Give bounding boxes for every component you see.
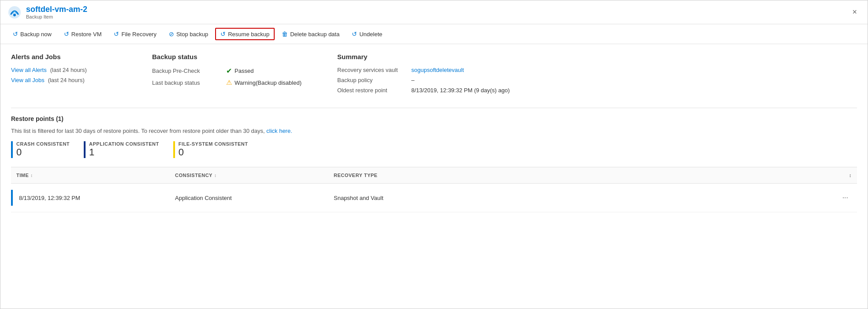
crash-consistent-value: 0 bbox=[16, 147, 70, 158]
pre-check-value: ✔ Passed bbox=[226, 67, 328, 75]
sort-actions-icon[interactable]: ↕ bbox=[849, 173, 852, 178]
crash-consistent-bar bbox=[11, 141, 13, 158]
page-title: softdel-vm-am-2 bbox=[26, 5, 87, 14]
toolbar: ↺ Backup now ↺ Restore VM ↺ File Recover… bbox=[0, 24, 868, 44]
app-consistent-value: 1 bbox=[89, 147, 159, 158]
app-consistent-label: APPLICATION CONSISTENT bbox=[89, 141, 159, 147]
row-actions-button[interactable]: ··· bbox=[839, 192, 852, 203]
warning-icon: ⚠ bbox=[226, 79, 232, 87]
pre-check-row: Backup Pre-Check ✔ Passed bbox=[152, 67, 328, 75]
fs-consistent-value: 0 bbox=[179, 147, 248, 158]
th-consistency: CONSISTENCY ↕ bbox=[170, 171, 328, 180]
vault-link[interactable]: sogupsoftdeletevault bbox=[411, 67, 857, 73]
alerts-jobs-section: Alerts and Jobs View all Alerts (last 24… bbox=[11, 53, 143, 97]
delete-backup-button[interactable]: 🗑 Delete backup data bbox=[276, 28, 345, 40]
resume-backup-icon: ↺ bbox=[220, 30, 226, 38]
crash-consistent-label: CRASH CONSISTENT bbox=[16, 141, 70, 147]
stop-backup-button[interactable]: ⊘ Stop backup bbox=[164, 28, 213, 40]
vault-row: Recovery services vault sogupsoftdeletev… bbox=[337, 67, 857, 73]
view-alerts-link[interactable]: View all Alerts bbox=[11, 67, 47, 73]
main-window: softdel-vm-am-2 Backup Item × ↺ Backup n… bbox=[0, 0, 868, 309]
file-recovery-button[interactable]: ↺ File Recovery bbox=[108, 28, 161, 40]
view-jobs-link[interactable]: View all Jobs bbox=[11, 77, 45, 83]
table-row: 8/13/2019, 12:39:32 PM Application Consi… bbox=[11, 184, 857, 212]
click-here-link[interactable]: click here. bbox=[266, 128, 292, 134]
pre-check-label: Backup Pre-Check bbox=[152, 68, 223, 74]
policy-value: – bbox=[411, 77, 857, 83]
row-accent-bar bbox=[11, 190, 13, 206]
undelete-icon: ↺ bbox=[352, 30, 357, 38]
backup-status-title: Backup status bbox=[152, 53, 328, 60]
policy-label: Backup policy bbox=[337, 77, 408, 83]
fs-consistent-content: FILE-SYSTEM CONSISTENT 0 bbox=[179, 141, 248, 158]
jobs-suffix: (last 24 hours) bbox=[48, 77, 85, 83]
file-system-consistent-stat: FILE-SYSTEM CONSISTENT 0 bbox=[173, 141, 248, 158]
table-header: TIME ↕ CONSISTENCY ↕ RECOVERY TYPE ↕ bbox=[11, 167, 857, 184]
undelete-button[interactable]: ↺ Undelete bbox=[346, 28, 387, 40]
summary-title: Summary bbox=[337, 53, 857, 60]
last-backup-value: ⚠ Warning(Backup disabled) bbox=[226, 79, 328, 87]
app-icon bbox=[7, 5, 22, 19]
restore-point-label: Oldest restore point bbox=[337, 87, 408, 94]
app-consistent-content: APPLICATION CONSISTENT 1 bbox=[89, 141, 159, 158]
close-button[interactable]: × bbox=[849, 6, 861, 19]
file-recovery-icon: ↺ bbox=[114, 30, 119, 38]
restore-points-table: TIME ↕ CONSISTENCY ↕ RECOVERY TYPE ↕ bbox=[11, 167, 857, 212]
policy-row: Backup policy – bbox=[337, 77, 857, 83]
view-alerts-row: View all Alerts (last 24 hours) bbox=[11, 67, 143, 73]
svg-point-0 bbox=[8, 6, 21, 19]
last-backup-row: Last backup status ⚠ Warning(Backup disa… bbox=[152, 79, 328, 87]
passed-icon: ✔ bbox=[226, 67, 232, 75]
stop-backup-icon: ⊘ bbox=[169, 30, 174, 38]
td-consistency: Application Consistent bbox=[170, 192, 328, 204]
restore-vm-button[interactable]: ↺ Restore VM bbox=[59, 28, 107, 40]
td-actions: ··· bbox=[487, 189, 857, 206]
restore-points-section: Restore points (1) This list is filtered… bbox=[11, 115, 857, 212]
alerts-suffix: (last 24 hours) bbox=[50, 67, 87, 73]
backup-now-icon: ↺ bbox=[13, 30, 18, 38]
section-divider bbox=[11, 108, 857, 108]
restore-point-value: 8/13/2019, 12:39:32 PM (9 day(s) ago) bbox=[411, 87, 857, 94]
td-time: 8/13/2019, 12:39:32 PM bbox=[11, 187, 170, 208]
info-grid: Alerts and Jobs View all Alerts (last 24… bbox=[11, 53, 857, 97]
fs-consistent-label: FILE-SYSTEM CONSISTENT bbox=[179, 141, 248, 147]
td-recovery-type: Snapshot and Vault bbox=[328, 192, 487, 204]
crash-consistent-content: CRASH CONSISTENT 0 bbox=[16, 141, 70, 158]
application-consistent-stat: APPLICATION CONSISTENT 1 bbox=[84, 141, 159, 158]
th-actions: ↕ bbox=[487, 171, 857, 180]
crash-consistent-stat: CRASH CONSISTENT 0 bbox=[11, 141, 70, 158]
title-bar: softdel-vm-am-2 Backup Item × bbox=[0, 0, 868, 24]
th-time: TIME ↕ bbox=[11, 171, 170, 180]
title-text-group: softdel-vm-am-2 Backup Item bbox=[26, 5, 87, 19]
summary-section: Summary Recovery services vault sogupsof… bbox=[337, 53, 857, 97]
restore-points-title: Restore points (1) bbox=[11, 115, 857, 122]
th-recovery-type: RECOVERY TYPE bbox=[328, 171, 487, 180]
main-content: Alerts and Jobs View all Alerts (last 24… bbox=[0, 44, 868, 221]
last-backup-label: Last backup status bbox=[152, 79, 223, 86]
consistency-stats: CRASH CONSISTENT 0 APPLICATION CONSISTEN… bbox=[11, 141, 857, 158]
restore-vm-icon: ↺ bbox=[64, 30, 69, 38]
filter-text: This list is filtered for last 30 days o… bbox=[11, 128, 857, 134]
consistency-sort-icon[interactable]: ↕ bbox=[214, 173, 217, 178]
app-consistent-bar bbox=[84, 141, 86, 158]
view-jobs-row: View all Jobs (last 24 hours) bbox=[11, 77, 143, 83]
svg-point-1 bbox=[13, 14, 16, 16]
restore-point-row: Oldest restore point 8/13/2019, 12:39:32… bbox=[337, 87, 857, 94]
alerts-jobs-title: Alerts and Jobs bbox=[11, 53, 143, 60]
delete-backup-icon: 🗑 bbox=[282, 30, 288, 38]
backup-status-section: Backup status Backup Pre-Check ✔ Passed … bbox=[152, 53, 328, 97]
vault-label: Recovery services vault bbox=[337, 67, 408, 73]
resume-backup-button[interactable]: ↺ Resume backup bbox=[215, 28, 275, 40]
page-subtitle: Backup Item bbox=[26, 14, 87, 19]
time-sort-icon[interactable]: ↕ bbox=[30, 173, 33, 178]
backup-now-button[interactable]: ↺ Backup now bbox=[7, 28, 57, 40]
fs-consistent-bar bbox=[173, 141, 175, 158]
